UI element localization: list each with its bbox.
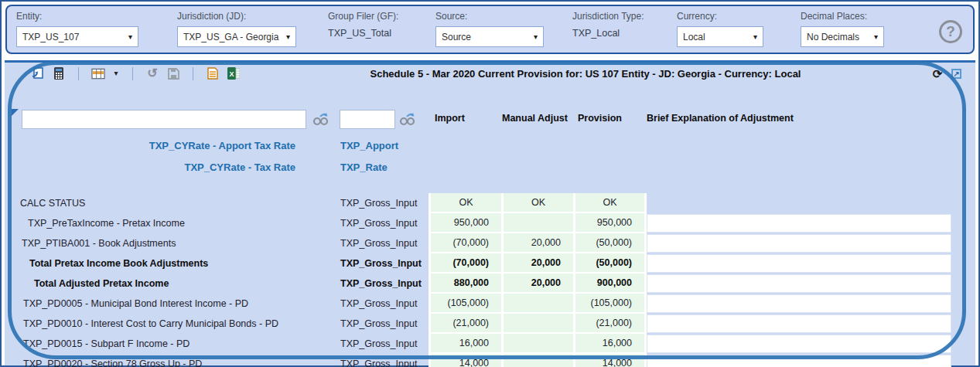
row-member[interactable]: TXP_Gross_Input (340, 334, 417, 354)
table-row: TXP_PreTaxIncome - Pretax Income TXP_Gro… (5, 213, 975, 233)
row-label[interactable]: TXP_PTIBA001 - Book Adjustments (22, 233, 176, 253)
decimal-places-dropdown[interactable]: No Decimals ▾ (801, 26, 884, 47)
undo-icon[interactable]: ↺ (145, 66, 159, 80)
row-member[interactable]: TXP_Gross_Input (340, 253, 422, 274)
jurisdiction-field: Jurisdiction (JD): TXP_US_GA - Georgia ▾ (177, 11, 296, 47)
cell-explanation[interactable] (647, 314, 951, 333)
entity-value: TXP_US_107 (22, 32, 79, 42)
cell-import[interactable]: (21,000) (429, 314, 504, 334)
row-label[interactable]: TXP_PD0020 - Section 78 Gross Up - PD (23, 354, 202, 367)
jurisdiction-dropdown[interactable]: TXP_US_GA - Georgia ▾ (177, 26, 296, 47)
cell-import[interactable]: (105,000) (429, 294, 504, 314)
cell-manual-adjust[interactable] (504, 314, 575, 334)
cell-import[interactable]: 950,000 (429, 213, 504, 233)
cell-import[interactable]: (70,000) (429, 233, 504, 253)
row-member[interactable]: TXP_Gross_Input (340, 213, 417, 233)
calculator-icon[interactable] (52, 66, 66, 80)
cell-manual-adjust[interactable] (504, 294, 575, 314)
source-label: Source: (435, 11, 544, 22)
cell-provision[interactable]: 16,000 (575, 334, 647, 354)
cell-manual-adjust[interactable]: OK (504, 193, 575, 213)
cell-provision[interactable]: 14,000 (575, 354, 647, 367)
help-icon[interactable]: ? (939, 20, 962, 43)
column-header-explanation[interactable]: Brief Explanation of Adjustment (647, 113, 794, 124)
row-label[interactable]: Total Pretax Income Book Adjustments (29, 253, 208, 274)
cell-manual-adjust[interactable] (504, 213, 575, 233)
chevron-down-icon: ▾ (286, 32, 290, 41)
grid-layout-icon[interactable] (91, 66, 105, 80)
currency-field: Currency: Local ▾ (677, 11, 763, 47)
pov-row-label: TXP_CYRate - Apport Tax Rate (17, 140, 295, 151)
cell-import[interactable]: OK (429, 193, 504, 213)
row-search-input[interactable] (22, 110, 306, 129)
toolbar-separator (132, 67, 133, 80)
row-member[interactable]: TXP_Gross_Input (340, 233, 417, 253)
jurisdiction-type-value: TXP_Local (572, 28, 644, 39)
row-member[interactable]: TXP_Gross_Input (340, 294, 417, 314)
cell-manual-adjust[interactable]: 20,000 (504, 253, 575, 274)
search-binoculars-icon[interactable] (399, 112, 416, 126)
toolbar-separator (78, 67, 79, 80)
row-member[interactable]: TXP_Gross_Input (340, 274, 422, 294)
row-label[interactable]: CALC STATUS (20, 193, 85, 213)
row-label[interactable]: TXP_PD0005 - Municipal Bond Interest Inc… (23, 294, 248, 314)
pov-row-label: TXP_CYRate - Tax Rate (17, 161, 295, 173)
search-binoculars-icon[interactable] (312, 112, 330, 126)
open-window-icon[interactable]: ↗ (951, 69, 961, 79)
decimal-places-field: Decimal Places: No Decimals ▾ (801, 11, 884, 47)
source-value: Source (442, 32, 471, 42)
source-dropdown[interactable]: Source ▾ (435, 26, 544, 47)
grid-layout-caret-icon[interactable]: ▾ (112, 66, 120, 80)
cell-manual-adjust[interactable]: 20,000 (504, 274, 575, 294)
cell-import[interactable]: 16,000 (429, 334, 504, 354)
table-row: Total Pretax Income Book Adjustments TXP… (5, 253, 975, 274)
cell-explanation[interactable] (647, 214, 951, 233)
export-form-icon[interactable] (31, 66, 45, 80)
cell-explanation[interactable] (647, 254, 951, 273)
cell-explanation[interactable] (647, 335, 951, 353)
cell-provision[interactable]: (50,000) (575, 253, 647, 274)
cell-provision[interactable]: (105,000) (575, 294, 647, 314)
entity-dropdown[interactable]: TXP_US_107 ▾ (16, 26, 138, 47)
row-label[interactable]: TXP_PreTaxIncome - Pretax Income (28, 213, 185, 233)
refresh-icon[interactable]: ⟳ (930, 66, 944, 80)
row-label[interactable]: TXP_PD0010 - Interest Cost to Carry Muni… (23, 314, 278, 334)
jurisdiction-label: Jurisdiction (JD): (177, 11, 296, 22)
report-icon[interactable] (206, 66, 220, 80)
excel-export-icon[interactable]: X (227, 66, 241, 80)
column-header-import[interactable]: Import (435, 113, 465, 124)
column-header-provision[interactable]: Provision (578, 113, 622, 124)
table-row: TXP_PTIBA001 - Book Adjustments TXP_Gros… (5, 233, 975, 253)
row-member[interactable]: TXP_Gross_Input (340, 193, 417, 213)
cell-explanation[interactable] (647, 274, 951, 293)
svg-text:X: X (229, 70, 234, 78)
row-member[interactable]: TXP_Gross_Input (340, 314, 417, 334)
cell-import[interactable]: (70,000) (429, 253, 504, 274)
toolbar-separator (193, 67, 193, 80)
cell-manual-adjust[interactable]: 20,000 (504, 233, 575, 253)
cell-provision[interactable]: (50,000) (575, 233, 647, 253)
cell-provision[interactable]: OK (575, 193, 647, 213)
column-header-manual-adjust[interactable]: Manual Adjust (502, 113, 568, 124)
cell-explanation[interactable] (647, 355, 951, 367)
row-label[interactable]: TXP_PD0015 - Subpart F Income - PD (23, 334, 190, 354)
row-member[interactable]: TXP_Gross_Input (340, 354, 417, 367)
grid-toolbar: ▾ ↺ X Schedule 5 - Mar 2020 Current Prov… (5, 63, 975, 84)
cell-import[interactable]: 880,000 (429, 274, 504, 294)
cell-explanation[interactable] (647, 294, 951, 313)
cell-manual-adjust[interactable] (504, 354, 575, 367)
cell-explanation[interactable] (647, 234, 951, 253)
cell-manual-adjust[interactable] (504, 334, 575, 354)
pov-row-member: TXP_Apport (340, 140, 398, 151)
cell-import[interactable]: 14,000 (429, 354, 504, 367)
cell-provision[interactable]: 950,000 (575, 213, 647, 233)
grid-corner-select-icon[interactable] (12, 109, 19, 116)
cell-provision[interactable]: 900,000 (575, 274, 647, 294)
group-filer-value: TXP_US_Total (328, 28, 398, 39)
cell-provision[interactable]: (21,000) (575, 314, 647, 334)
table-row: CALC STATUS TXP_Gross_Input OK OK OK (5, 193, 975, 213)
currency-dropdown[interactable]: Local ▾ (677, 26, 763, 47)
save-icon[interactable] (166, 66, 180, 80)
member-search-input[interactable] (340, 110, 395, 129)
row-label[interactable]: Total Adjusted Pretax Income (34, 274, 169, 294)
